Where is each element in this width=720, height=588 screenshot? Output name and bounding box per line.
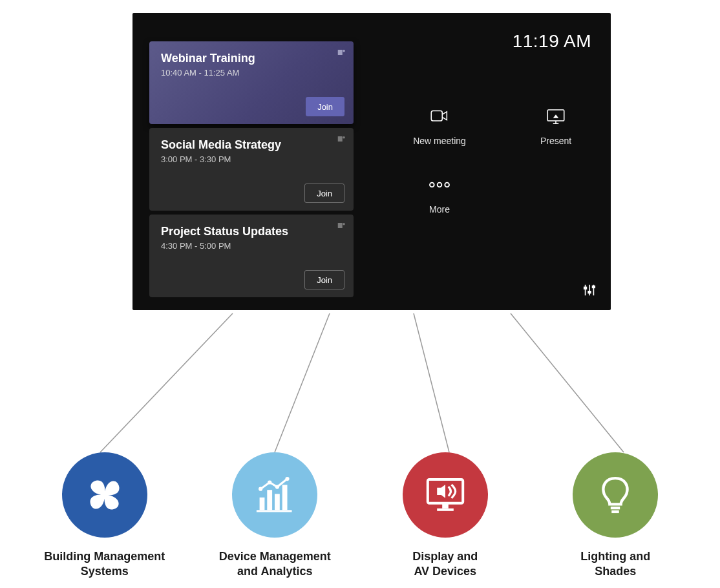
more-action[interactable]: More (404, 172, 475, 215)
settings-sliders-icon[interactable] (582, 283, 597, 297)
action-label: New meeting (413, 136, 466, 146)
lightbulb-icon (573, 452, 658, 538)
teams-icon (337, 134, 346, 143)
new-meeting-action[interactable]: New meeting (404, 103, 475, 146)
svg-point-24 (268, 480, 271, 484)
action-label: More (429, 204, 450, 215)
svg-point-23 (259, 487, 262, 491)
svg-line-14 (100, 313, 233, 452)
meeting-title: Project Status Updates (161, 225, 342, 238)
svg-rect-19 (260, 498, 265, 510)
monitor-speaker-icon (403, 452, 488, 538)
svg-rect-13 (593, 286, 595, 288)
svg-rect-0 (338, 50, 343, 55)
svg-line-17 (511, 313, 624, 452)
teams-icon (337, 221, 346, 230)
feature-label: Display and AV Devices (412, 549, 478, 580)
feature-label: Device Management and Analytics (219, 549, 331, 580)
feature-display-av: Display and AV Devices (371, 452, 520, 580)
clock: 11:19 AM (513, 31, 591, 52)
svg-rect-30 (437, 509, 454, 511)
svg-rect-27 (257, 510, 292, 512)
svg-rect-21 (275, 494, 280, 510)
svg-rect-29 (442, 503, 449, 509)
meeting-card[interactable]: Webinar Training 10:40 AM - 11:25 AM Joi… (149, 41, 354, 124)
svg-rect-2 (338, 136, 343, 142)
feature-row: Building Management Systems Device Manag… (0, 452, 720, 580)
feature-label: Building Management Systems (44, 549, 165, 580)
teams-icon (337, 48, 346, 57)
join-button[interactable]: Join (304, 270, 344, 289)
meeting-time: 4:30 PM - 5:00 PM (161, 241, 342, 251)
svg-rect-22 (282, 485, 288, 510)
svg-rect-4 (338, 223, 343, 228)
join-button[interactable]: Join (306, 97, 344, 116)
fan-icon (62, 452, 147, 538)
feature-device-management: Device Management and Analytics (200, 452, 349, 580)
svg-point-1 (343, 50, 345, 52)
svg-point-26 (286, 477, 290, 481)
meeting-title: Social Media Strategy (161, 138, 342, 152)
analytics-icon (232, 452, 317, 538)
meeting-card[interactable]: Project Status Updates 4:30 PM - 5:00 PM… (149, 215, 354, 297)
more-icon (427, 172, 452, 198)
teams-room-panel: 11:19 AM Webinar Training 10:40 AM - 11:… (132, 13, 611, 310)
present-action[interactable]: Present (520, 103, 591, 146)
meeting-list: Webinar Training 10:40 AM - 11:25 AM Joi… (149, 41, 354, 301)
feature-label: Lighting and Shades (580, 549, 650, 580)
meeting-time: 10:40 AM - 11:25 AM (161, 68, 342, 78)
camera-icon (427, 103, 452, 129)
svg-rect-12 (588, 291, 591, 293)
meeting-title: Webinar Training (161, 52, 342, 65)
meeting-card[interactable]: Social Media Strategy 3:00 PM - 3:30 PM … (149, 128, 354, 211)
svg-point-25 (275, 485, 279, 488)
feature-building-management: Building Management Systems (30, 452, 179, 580)
meeting-time: 3:00 PM - 3:30 PM (161, 154, 342, 164)
action-grid: New meeting Present More (404, 103, 598, 215)
svg-rect-6 (431, 111, 442, 121)
svg-point-5 (343, 223, 345, 226)
feature-lighting-shades: Lighting and Shades (541, 452, 690, 580)
svg-point-8 (430, 183, 434, 187)
svg-rect-11 (584, 287, 587, 289)
svg-point-3 (343, 136, 345, 139)
svg-point-10 (445, 183, 449, 187)
svg-point-9 (438, 183, 442, 187)
action-label: Present (540, 136, 571, 146)
svg-line-15 (275, 313, 330, 452)
svg-line-16 (414, 313, 449, 452)
present-icon (543, 103, 569, 129)
join-button[interactable]: Join (304, 184, 344, 203)
svg-rect-20 (268, 490, 273, 510)
